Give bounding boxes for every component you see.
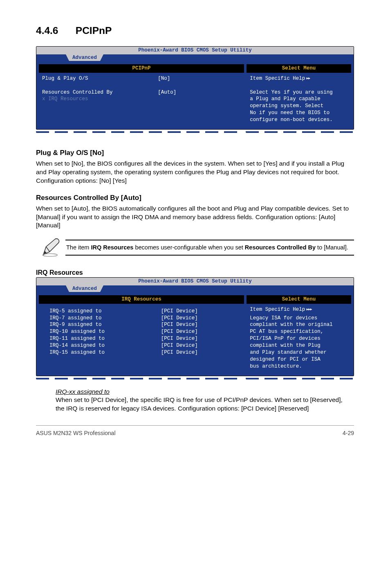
- irq-sub-title: IRQ-xx assigned to: [56, 388, 110, 395]
- help-line: Select Yes if you are using: [250, 89, 349, 96]
- bios-tab-advanced[interactable]: Advanced: [69, 285, 100, 292]
- bios-item-value: [PCI Device]: [161, 328, 242, 335]
- help-line: bus architecture.: [250, 363, 349, 370]
- note-text: The item IRQ Resources becomes user-conf…: [65, 240, 354, 255]
- bios-strip-title: Phoenix-Award BIOS CMOS Setup Utility: [36, 47, 354, 54]
- section-number: 4.4.6: [36, 24, 73, 37]
- bios-item-value: [No]: [158, 75, 242, 82]
- bios-item-value: [PCI Device]: [161, 308, 242, 315]
- bios-item-value: [PCI Device]: [161, 342, 242, 349]
- help-line: Legacy ISA for devices: [250, 315, 349, 322]
- bios-item-label: IRQ-10 assigned to: [49, 328, 161, 335]
- arrow-right-icon: ▸▸: [305, 76, 309, 81]
- bios-right-header: Select Menu: [247, 64, 351, 73]
- bios-item-label: IRQ-7 assigned to: [49, 315, 161, 322]
- bios-right-header: Select Menu: [247, 295, 351, 304]
- bios-item-disabled: x IRQ Resources: [42, 96, 242, 103]
- irq-sub-block: IRQ-xx assigned to When set to [PCI Devi…: [56, 388, 354, 413]
- help-line: and Play standard whether: [250, 349, 349, 356]
- bios-item[interactable]: IRQ-5 assigned to [PCI Device]: [42, 308, 242, 315]
- svg-point-0: [43, 254, 58, 257]
- body-plug-play: When set to [No], the BIOS configures al…: [36, 159, 354, 185]
- bios-help-panel: Item Specific Help▸▸▸ Legacy ISA for dev…: [246, 304, 354, 376]
- bios-item[interactable]: IRQ-14 assigned to [PCI Device]: [42, 342, 242, 349]
- body-rcb: When set to [Auto], the BIOS automatical…: [36, 204, 354, 230]
- footer-right: 4-29: [343, 429, 354, 437]
- bios-item-value: [Auto]: [158, 89, 242, 96]
- bios-item-value: [PCI Device]: [161, 321, 242, 328]
- bios-left-header: PCIPnP: [39, 64, 244, 73]
- bios-item-value: [PCI Device]: [161, 349, 242, 356]
- bios-menu-bar: Advanced: [36, 54, 354, 62]
- bios-item[interactable]: IRQ-11 assigned to [PCI Device]: [42, 335, 242, 342]
- bios-tab-advanced[interactable]: Advanced: [69, 54, 100, 61]
- help-line: compliant with the original: [250, 321, 349, 328]
- bios-item-label: IRQ-5 assigned to: [49, 308, 161, 315]
- bios-help-panel: Item Specific Help▸▸ Select Yes if you a…: [246, 73, 354, 129]
- footer-left: ASUS M2N32 WS Professional: [36, 429, 116, 437]
- bios-item-value: [PCI Device]: [161, 315, 242, 322]
- subheading-irq-resources: IRQ Resources: [36, 268, 354, 277]
- help-line: a Plug and Play capable: [250, 96, 349, 103]
- bios-strip-title: Phoenix-Award BIOS CMOS Setup Utility: [36, 278, 354, 285]
- bios-item[interactable]: IRQ-15 assigned to [PCI Device]: [42, 349, 242, 356]
- bios-item[interactable]: IRQ-9 assigned to [PCI Device]: [42, 321, 242, 328]
- page-footer: ASUS M2N32 WS Professional 4-29: [36, 429, 354, 437]
- section-heading: 4.4.6 PCIPnP: [36, 24, 354, 37]
- bios-item-label: IRQ-11 assigned to: [49, 335, 161, 342]
- help-line: operating system. Select: [250, 103, 349, 110]
- help-line: No if you need the BIOS to: [250, 110, 349, 117]
- help-line: PC AT bus specification,: [250, 328, 349, 335]
- bios-item[interactable]: Plug & Play O/S [No]: [42, 75, 242, 82]
- bios-left-header: IRQ Resources: [39, 295, 244, 304]
- bios-item[interactable]: Resources Controlled By [Auto]: [42, 89, 242, 96]
- subheading-rcb: Resources Controlled By [Auto]: [36, 193, 354, 203]
- help-title: Item Specific Help▸▸▸: [250, 306, 349, 313]
- bios-item-label: x IRQ Resources: [42, 96, 158, 103]
- arrow-right-icon: ▸▸▸: [305, 307, 312, 312]
- bios-menu-bar: Advanced: [36, 285, 354, 293]
- bios-item[interactable]: IRQ-7 assigned to [PCI Device]: [42, 315, 242, 322]
- bios-item-label: IRQ-9 assigned to: [49, 321, 161, 328]
- section-title: PCIPnP: [76, 25, 112, 36]
- bios-item-label: IRQ-15 assigned to: [49, 349, 161, 356]
- bios-item-label: Resources Controlled By: [42, 89, 158, 96]
- note-box: The item IRQ Resources becomes user-conf…: [36, 236, 354, 259]
- bios-item-blank: [42, 82, 242, 89]
- bios-item[interactable]: IRQ-10 assigned to [PCI Device]: [42, 328, 242, 335]
- pencil-icon: [36, 236, 65, 259]
- help-line: compliant with the Plug: [250, 342, 349, 349]
- bios-item-value: [PCI Device]: [161, 335, 242, 342]
- help-line: configure non-boot devices.: [250, 117, 349, 123]
- help-line: designed for PCI or ISA: [250, 356, 349, 363]
- help-line: PCI/ISA PnP for devices: [250, 335, 349, 342]
- bios-left-panel: IRQ-5 assigned to [PCI Device] IRQ-7 ass…: [36, 304, 246, 362]
- bios-panel-irq: Phoenix-Award BIOS CMOS Setup Utility Ad…: [36, 277, 354, 376]
- bios-item-label: Plug & Play O/S: [42, 75, 158, 82]
- subheading-plug-play: Plug & Play O/S [No]: [36, 148, 354, 158]
- bios-item-label: IRQ-14 assigned to: [49, 342, 161, 349]
- irq-sub-body: When set to [PCI Device], the specific I…: [56, 396, 343, 412]
- bios-panel-pcipnp: Phoenix-Award BIOS CMOS Setup Utility Ad…: [36, 46, 354, 130]
- bios-left-panel: Plug & Play O/S [No] Resources Controlle…: [36, 73, 246, 118]
- help-title: Item Specific Help▸▸: [250, 75, 349, 82]
